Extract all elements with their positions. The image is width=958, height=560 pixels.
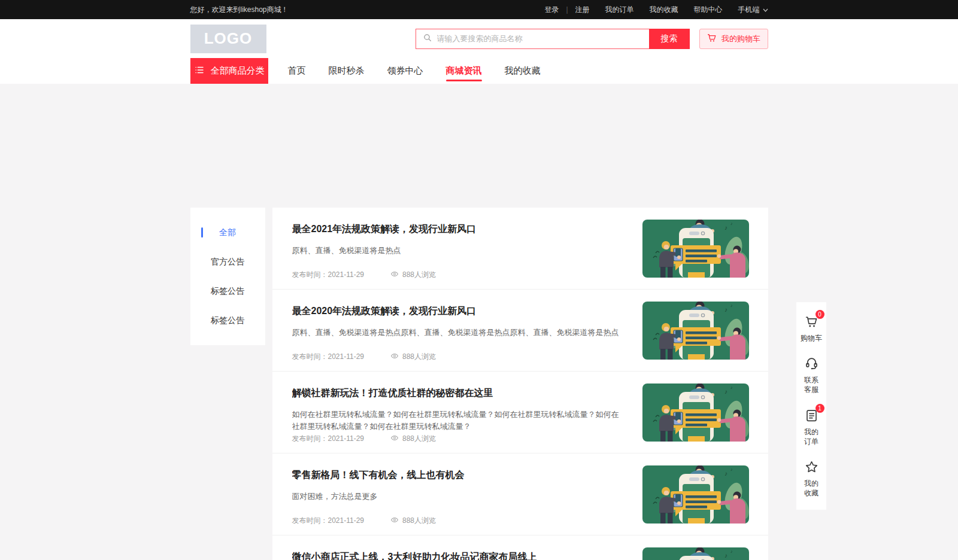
nav-tab[interactable]: 商城资讯: [435, 58, 493, 84]
article-meta: 发布时间：2021-11-29 888人浏览: [292, 434, 436, 444]
sidebar-category-item[interactable]: 标签公告: [190, 276, 265, 306]
search-bar: 搜索: [416, 29, 690, 49]
float-favorites-button[interactable]: 我的 收藏: [796, 453, 826, 504]
chevron-down-icon: [763, 5, 768, 14]
all-categories-button[interactable]: 全部商品分类: [190, 58, 268, 84]
search-input[interactable]: [437, 34, 649, 43]
sidebar-category-item[interactable]: 标签公告: [190, 306, 265, 335]
login-link[interactable]: 登录: [544, 5, 559, 15]
mobile-link[interactable]: 手机端: [738, 5, 768, 15]
article-title: 解锁社群新玩法！打造优质社群的秘密都在这里: [292, 387, 623, 399]
article-item[interactable]: 零售新格局！线下有机会，线上也有机会 面对困难，方法总是更多 发布时间：2021…: [272, 454, 768, 535]
music-note-icon: ♪: [730, 385, 733, 389]
nav-bar: 全部商品分类 首页 限时秒杀 领券中心 商城资讯 我的收藏: [0, 58, 958, 84]
orders-count-badge: 1: [815, 404, 824, 413]
topbar: 您好，欢迎来到likeshop商城！ 登录 | 注册 我的订单 我的收藏 帮助中…: [0, 0, 958, 19]
nav-tab[interactable]: 限时秒杀: [317, 58, 376, 84]
music-note-icon: ♪: [724, 306, 727, 313]
article-meta: 发布时间：2021-11-29 888人浏览: [292, 516, 436, 526]
order-icon: 1: [804, 408, 819, 423]
article-item[interactable]: 解锁社群新玩法！打造优质社群的秘密都在这里 如何在社群里玩转私域流量？如何在社群…: [272, 372, 768, 454]
phone-chat-illustration: ♪ ♪: [642, 465, 749, 524]
eye-icon: [390, 434, 399, 444]
article-meta: 发布时间：2021-11-29 888人浏览: [292, 352, 436, 362]
music-note-icon: ♪: [724, 470, 727, 477]
article-summary: 如何在社群里玩转私域流量？如何在社群里玩转私域流量？如何在社群里玩转私域流量？如…: [292, 409, 623, 433]
float-favorites-label: 我的 收藏: [804, 479, 818, 498]
my-orders-link[interactable]: 我的订单: [605, 5, 634, 15]
article-title: 零售新格局！线下有机会，线上也有机会: [292, 469, 623, 481]
article-item[interactable]: 微信小商店正式上线，3大利好助力化妆品记商家布局线上: [272, 535, 768, 560]
register-link[interactable]: 注册: [575, 5, 590, 15]
category-sidebar: 全部 官方公告 标签公告 标签公告: [190, 208, 265, 345]
article-summary: 原料、直播、免税渠道将是热点原料、直播、免税渠道将是热点原料、直播、免税渠道将是…: [292, 327, 623, 339]
music-note-icon: ♪: [730, 221, 733, 226]
menu-icon: [194, 65, 205, 77]
cart-icon: 0: [804, 314, 819, 329]
music-note-icon: ♪: [724, 552, 727, 559]
view-count: 888人浏览: [390, 270, 436, 280]
phone-chat-illustration: ♪ ♪: [642, 384, 749, 442]
float-orders-button[interactable]: 1 我的 订单: [796, 401, 826, 453]
search-box: [416, 29, 649, 49]
cart-count-badge: 0: [815, 310, 824, 319]
view-count: 888人浏览: [390, 516, 436, 526]
music-note-icon: ♪: [730, 549, 733, 553]
float-service-button[interactable]: 联系 客服: [796, 349, 826, 401]
article-thumbnail: ♪ ♪: [642, 302, 749, 360]
nav-tab[interactable]: 首页: [277, 58, 317, 84]
article-title: 最全2021年法规政策解读，发现行业新风口: [292, 223, 623, 235]
cart-icon: [707, 32, 717, 45]
phone-chat-illustration: ♪ ♪: [642, 302, 749, 360]
logo[interactable]: LOGO: [190, 25, 266, 53]
my-favorites-link[interactable]: 我的收藏: [650, 5, 678, 15]
article-summary: 原料、直播、免税渠道将是热点: [292, 245, 623, 257]
divider: |: [566, 5, 568, 14]
article-title: 微信小商店正式上线，3大利好助力化妆品记商家布局线上: [292, 551, 623, 560]
header: LOGO 搜索 我的购物车: [0, 19, 958, 58]
view-count: 888人浏览: [390, 352, 436, 362]
welcome-text: 您好，欢迎来到likeshop商城！: [190, 5, 289, 15]
eye-icon: [390, 270, 399, 280]
article-item[interactable]: 最全2020年法规政策解读，发现行业新风口 原料、直播、免税渠道将是热点原料、直…: [272, 290, 768, 372]
eye-icon: [390, 352, 399, 362]
article-thumbnail: ♪ ♪: [642, 547, 749, 560]
publish-time: 发布时间：2021-11-29: [292, 270, 365, 280]
sidebar-category-item[interactable]: 全部: [190, 218, 265, 247]
topbar-links: 登录 | 注册 我的订单 我的收藏 帮助中心 手机端: [529, 5, 768, 15]
float-sidebar: 0 购物车 联系 客服 1 我的 订单 我的 收藏: [796, 302, 826, 510]
eye-icon: [390, 516, 399, 526]
float-cart-label: 购物车: [801, 333, 822, 343]
article-item[interactable]: 最全2021年法规政策解读，发现行业新风口 原料、直播、免税渠道将是热点 发布时…: [272, 208, 768, 290]
article-thumbnail: ♪ ♪: [642, 220, 749, 278]
article-meta: 发布时间：2021-11-29 888人浏览: [292, 270, 436, 280]
article-thumbnail: ♪ ♪: [642, 384, 749, 442]
article-list: 最全2021年法规政策解读，发现行业新风口 原料、直播、免税渠道将是热点 发布时…: [272, 208, 768, 560]
float-service-label: 联系 客服: [804, 375, 818, 394]
article-title: 最全2020年法规政策解读，发现行业新风口: [292, 305, 623, 317]
float-cart-button[interactable]: 0 购物车: [796, 308, 826, 349]
phone-chat-illustration: ♪ ♪: [642, 220, 749, 278]
sidebar-category-item[interactable]: 官方公告: [190, 247, 265, 276]
music-note-icon: ♪: [724, 388, 727, 395]
search-button[interactable]: 搜索: [649, 29, 690, 49]
music-note-icon: ♪: [730, 467, 733, 471]
nav-tab[interactable]: 领券中心: [376, 58, 435, 84]
help-center-link[interactable]: 帮助中心: [694, 5, 723, 15]
nav-tabs: 首页 限时秒杀 领券中心 商城资讯 我的收藏: [277, 58, 552, 84]
article-summary: 面对困难，方法总是更多: [292, 491, 623, 503]
star-icon: [804, 459, 819, 474]
publish-time: 发布时间：2021-11-29: [292, 434, 365, 444]
music-note-icon: ♪: [730, 303, 733, 308]
publish-time: 发布时间：2021-11-29: [292, 352, 365, 362]
view-count: 888人浏览: [390, 434, 436, 444]
float-orders-label: 我的 订单: [804, 427, 818, 446]
headset-icon: [804, 356, 819, 371]
search-icon: [423, 33, 432, 45]
my-cart-button[interactable]: 我的购物车: [699, 29, 768, 49]
nav-tab[interactable]: 我的收藏: [493, 58, 552, 84]
article-thumbnail: ♪ ♪: [642, 465, 749, 524]
publish-time: 发布时间：2021-11-29: [292, 516, 365, 526]
music-note-icon: ♪: [724, 224, 727, 231]
phone-chat-illustration: ♪ ♪: [642, 547, 749, 560]
